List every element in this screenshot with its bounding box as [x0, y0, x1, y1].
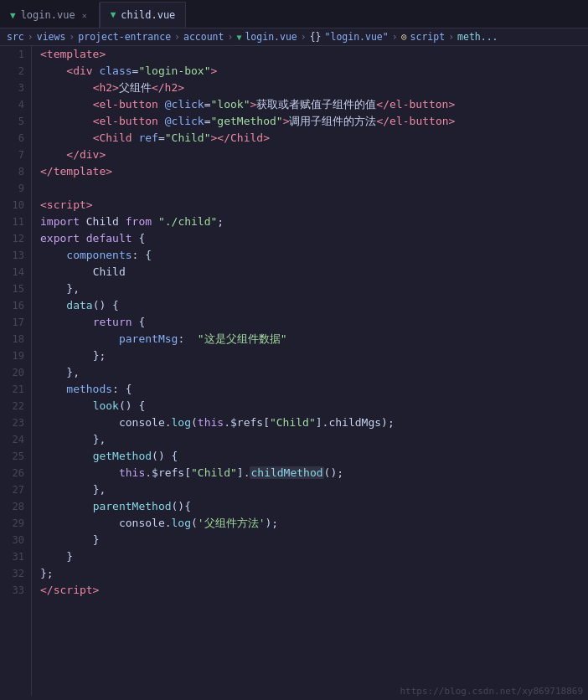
- line-number-13: 13: [7, 247, 24, 264]
- breadcrumb-project-entrance: project-entrance: [78, 31, 171, 43]
- line-number-31: 31: [7, 548, 24, 565]
- code-line-28: parentMethod(){: [40, 498, 588, 515]
- line-number-4: 4: [7, 96, 24, 113]
- tab-bar: ▼ login.vue ✕ ▼ child.vue: [0, 0, 588, 28]
- line-number-6: 6: [7, 130, 24, 147]
- code-line-8: </template>: [40, 163, 588, 180]
- line-number-32: 32: [7, 565, 24, 582]
- tab-child-vue[interactable]: ▼ child.vue: [100, 2, 187, 28]
- tab-close-login[interactable]: ✕: [80, 10, 89, 21]
- code-line-12: export default {: [40, 230, 588, 247]
- code-line-7: </div>: [40, 147, 588, 163]
- code-line-24: },: [40, 431, 588, 448]
- code-line-25: getMethod() {: [40, 448, 588, 465]
- code-area: 1234567891011121314151617181920212223242…: [0, 46, 588, 696]
- line-numbers: 1234567891011121314151617181920212223242…: [0, 46, 32, 696]
- line-number-16: 16: [7, 297, 24, 314]
- breadcrumb-views: views: [37, 31, 66, 43]
- line-number-7: 7: [7, 147, 24, 163]
- breadcrumb-src: src: [7, 31, 24, 43]
- breadcrumb: src › views › project-entrance › account…: [0, 28, 588, 46]
- code-line-16: data() {: [40, 297, 588, 314]
- code-line-6: <Child ref="Child"></Child>: [40, 130, 588, 147]
- code-line-2: <div class="login-box">: [40, 63, 588, 80]
- breadcrumb-script: script: [410, 31, 446, 43]
- code-line-29: console.log('父组件方法');: [40, 515, 588, 532]
- code-line-9: [40, 180, 588, 197]
- line-number-10: 10: [7, 197, 24, 214]
- line-number-21: 21: [7, 381, 24, 398]
- line-number-8: 8: [7, 163, 24, 180]
- code-line-32: };: [40, 565, 588, 582]
- code-line-11: import Child from "./child";: [40, 214, 588, 230]
- vue-icon-child: ▼: [111, 9, 116, 20]
- breadcrumb-login-vue: login.vue: [245, 31, 297, 43]
- code-line-14: Child: [40, 264, 588, 281]
- code-line-21: methods: {: [40, 381, 588, 398]
- code-line-23: console.log(this.$refs["Child"].childMgs…: [40, 414, 588, 431]
- line-number-5: 5: [7, 113, 24, 130]
- code-line-5: <el-button @click="getMethod">调用子组件的方法</…: [40, 113, 588, 130]
- line-number-12: 12: [7, 230, 24, 247]
- line-number-3: 3: [7, 80, 24, 96]
- line-number-19: 19: [7, 347, 24, 364]
- code-line-27: },: [40, 481, 588, 498]
- code-line-20: },: [40, 364, 588, 381]
- line-number-15: 15: [7, 281, 24, 297]
- code-line-10: <script>: [40, 197, 588, 214]
- code-line-13: components: {: [40, 247, 588, 264]
- line-number-30: 30: [7, 532, 24, 548]
- code-line-30: }: [40, 532, 588, 548]
- code-line-19: };: [40, 347, 588, 364]
- line-number-33: 33: [7, 582, 24, 599]
- line-number-25: 25: [7, 448, 24, 465]
- line-number-26: 26: [7, 465, 24, 481]
- code-lines: <template> <div class="login-box"> <h2>父…: [32, 46, 588, 696]
- line-number-17: 17: [7, 314, 24, 331]
- line-number-23: 23: [7, 414, 24, 431]
- code-line-4: <el-button @click="look">获取或者赋值子组件的值</el…: [40, 96, 588, 113]
- line-number-2: 2: [7, 63, 24, 80]
- vue-icon-login: ▼: [10, 10, 16, 21]
- line-number-9: 9: [7, 180, 24, 197]
- line-number-24: 24: [7, 431, 24, 448]
- code-line-1: <template>: [40, 46, 588, 63]
- breadcrumb-login-vue-str: "login.vue": [325, 31, 389, 43]
- line-number-1: 1: [7, 46, 24, 63]
- line-number-27: 27: [7, 481, 24, 498]
- code-line-3: <h2>父组件</h2>: [40, 80, 588, 96]
- tab-label-login: login.vue: [21, 9, 75, 21]
- tab-label-child: child.vue: [121, 9, 175, 21]
- code-line-17: return {: [40, 314, 588, 331]
- code-line-18: parentMsg: "这是父组件数据": [40, 331, 588, 347]
- line-number-11: 11: [7, 214, 24, 230]
- line-number-28: 28: [7, 498, 24, 515]
- breadcrumb-bracket: {}: [310, 31, 322, 43]
- breadcrumb-method: meth...: [457, 31, 498, 43]
- code-line-26: this.$refs["Child"].childMethod();: [40, 465, 588, 481]
- line-number-29: 29: [7, 515, 24, 532]
- code-line-33: </script>: [40, 582, 588, 599]
- code-line-15: },: [40, 281, 588, 297]
- breadcrumb-vue-icon: ▼: [236, 33, 241, 42]
- line-number-18: 18: [7, 331, 24, 347]
- breadcrumb-account: account: [183, 31, 224, 43]
- breadcrumb-script-icon: ⊙: [401, 31, 407, 43]
- line-number-14: 14: [7, 264, 24, 281]
- code-line-31: }: [40, 548, 588, 565]
- line-number-22: 22: [7, 398, 24, 414]
- tab-login-vue[interactable]: ▼ login.vue ✕: [0, 3, 100, 28]
- line-number-20: 20: [7, 364, 24, 381]
- code-line-22: look() {: [40, 398, 588, 414]
